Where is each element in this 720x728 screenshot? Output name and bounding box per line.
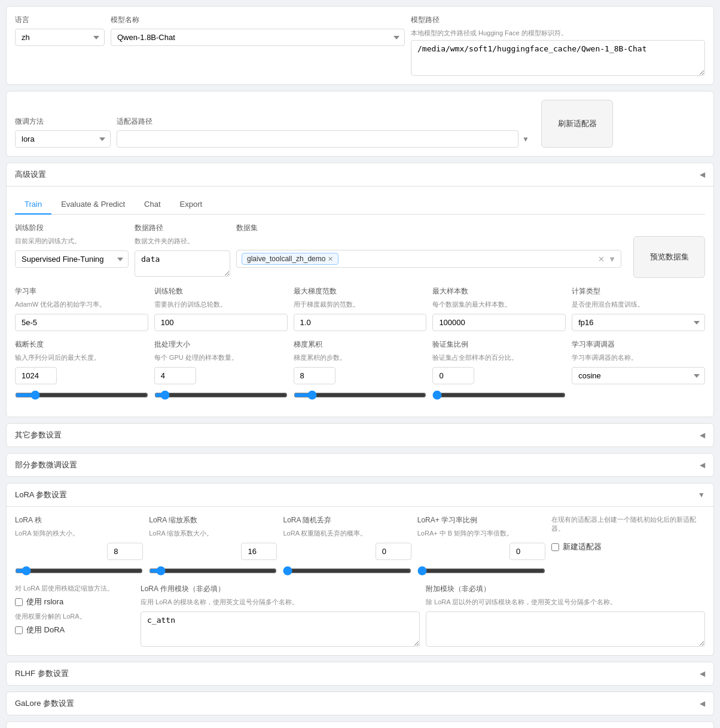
preview-dataset-button[interactable]: 预览数据集 <box>633 236 705 278</box>
adapter-path-label: 适配器路径 <box>117 117 529 127</box>
compute-type-select[interactable]: fp16 <box>572 314 705 331</box>
data-path-sublabel: 数据文件夹的路径。 <box>135 237 230 246</box>
val-ratio-label: 验证集比例 <box>432 339 566 350</box>
model-path-label: 模型路径 <box>411 15 705 25</box>
adapter-path-input[interactable] <box>117 130 518 148</box>
new-adapter-sublabel: 在现有的适配器上创建一个随机初始化后的新适配器。 <box>551 515 705 533</box>
adapter-dropdown-icon: ▼ <box>522 135 529 143</box>
lora-rank-input[interactable] <box>107 543 143 560</box>
stage-sublabel: 目前采用的训练方式。 <box>15 237 129 246</box>
lora-section-header[interactable]: LoRA 参数设置 ▼ <box>7 484 713 506</box>
compute-type-sublabel: 是否使用混合精度训练。 <box>572 300 705 309</box>
epochs-input[interactable] <box>154 314 288 331</box>
cutoff-label: 截断长度 <box>15 339 148 350</box>
data-path-input[interactable] <box>135 250 230 277</box>
galore-header[interactable]: GaLore 参数设置 ◀ <box>7 692 713 715</box>
model-path-sublabel: 本地模型的文件路径或 Hugging Face 的模型标识符。 <box>411 29 705 38</box>
lora-dropout-sublabel: LoRA 权重随机丢弃的概率。 <box>283 529 411 538</box>
lang-label: 语言 <box>15 15 105 25</box>
lora-plus-sublabel: LoRA+ 中 B 矩阵的学习率倍数。 <box>417 529 545 538</box>
lr-label: 学习率 <box>15 286 148 296</box>
lora-scale-sublabel: LoRA 缩放系数大小。 <box>149 529 277 538</box>
val-ratio-slider[interactable] <box>432 390 566 400</box>
train-content: 训练阶段 目前采用的训练方式。 Supervised Fine-Tuning 数… <box>15 223 705 400</box>
advanced-settings-header[interactable]: 高级设置 ◀ <box>7 163 713 186</box>
lang-select[interactable]: zh <box>15 29 105 46</box>
lora-dropout-slider[interactable] <box>283 566 411 576</box>
partial-finetune-title: 部分参数微调设置 <box>15 460 77 470</box>
other-params-chevron-icon: ◀ <box>700 431 705 439</box>
model-path-input[interactable] <box>411 40 705 76</box>
galore-title: GaLore 参数设置 <box>15 698 74 709</box>
val-ratio-sublabel: 验证集占全部样本的百分比。 <box>432 353 566 362</box>
batch-input[interactable] <box>154 367 196 384</box>
grad-accum-slider[interactable] <box>294 390 427 400</box>
lr-scheduler-label: 学习率调调器 <box>572 339 705 350</box>
cutoff-slider[interactable] <box>15 390 148 400</box>
model-name-select[interactable]: Qwen-1.8B-Chat <box>111 29 405 46</box>
max-samples-sublabel: 每个数据集的最大样本数。 <box>432 300 566 309</box>
batch-sublabel: 每个 GPU 处理的样本数量。 <box>154 353 288 362</box>
max-samples-input[interactable] <box>432 314 566 331</box>
batch-slider[interactable] <box>154 390 288 400</box>
lr-scheduler-select[interactable]: cosine <box>572 367 705 384</box>
new-adapter-checkbox[interactable] <box>551 543 559 551</box>
dataset-label: 数据集 <box>236 223 621 233</box>
other-params-header[interactable]: 其它参数设置 ◀ <box>7 424 713 446</box>
lr-sublabel: AdamW 优化器的初始学习率。 <box>15 300 148 309</box>
advanced-chevron-icon: ◀ <box>700 170 705 179</box>
tab-chat[interactable]: Chat <box>135 195 170 215</box>
rlhf-header[interactable]: RLHF 参数设置 ◀ <box>7 662 713 685</box>
galore-chevron-icon: ◀ <box>700 699 705 708</box>
lora-rank-sublabel: LoRA 矩阵的秩大小。 <box>15 529 143 538</box>
rslora-sublabel: 对 LoRA 层使用秩稳定缩放方法。 <box>15 584 135 593</box>
rlhf-title: RLHF 参数设置 <box>15 668 69 679</box>
extra-modules-sublabel: 除 LoRA 层以外的可训练模块名称，使用英文逗号分隔多个名称。 <box>426 598 705 607</box>
val-ratio-input[interactable] <box>432 367 474 384</box>
lora-dropout-label: LoRA 随机丢弃 <box>283 515 411 525</box>
lr-input[interactable] <box>15 314 148 331</box>
lora-modules-textarea[interactable] <box>141 611 420 647</box>
dataset-tag-close[interactable]: ✕ <box>328 255 333 263</box>
extra-modules-textarea[interactable] <box>426 611 705 647</box>
grad-accum-label: 梯度累积 <box>294 339 427 350</box>
lora-rank-slider[interactable] <box>15 566 143 576</box>
lora-plus-input[interactable] <box>510 543 545 560</box>
dataset-dropdown-icon[interactable]: ▼ <box>608 255 616 264</box>
rslora-checkbox[interactable] <box>15 598 23 606</box>
finetune-method-select[interactable]: lora <box>15 130 111 148</box>
dataset-tag: glaive_toolcall_zh_demo ✕ <box>242 253 338 265</box>
lora-scale-slider[interactable] <box>149 566 277 576</box>
lora-scale-input[interactable] <box>241 543 277 560</box>
lora-chevron-icon: ▼ <box>698 491 705 499</box>
cutoff-input[interactable] <box>15 367 57 384</box>
dora-checkbox[interactable] <box>15 626 23 634</box>
rlhf-chevron-icon: ◀ <box>700 669 705 678</box>
other-params-title: 其它参数设置 <box>15 430 62 441</box>
max-grad-sublabel: 用于梯度裁剪的范数。 <box>294 300 427 309</box>
batch-label: 批处理大小 <box>154 339 288 350</box>
badam-header[interactable]: BAdam 参数设置 ◀ <box>7 722 713 728</box>
refresh-adapter-button[interactable]: 刷新适配器 <box>541 100 613 148</box>
epochs-sublabel: 需要执行的训练总轮数。 <box>154 300 288 309</box>
max-grad-label: 最大梯度范数 <box>294 286 427 296</box>
dora-check-label: 使用 DoRA <box>26 625 65 635</box>
grad-accum-input[interactable] <box>294 367 335 384</box>
stage-select[interactable]: Supervised Fine-Tuning <box>15 250 129 268</box>
partial-finetune-chevron-icon: ◀ <box>700 461 705 469</box>
dora-sublabel: 使用权重分解的 LoRA。 <box>15 612 135 621</box>
max-samples-label: 最大样本数 <box>432 286 566 296</box>
lr-scheduler-sublabel: 学习率调调器的名称。 <box>572 353 705 362</box>
max-grad-input[interactable] <box>294 314 427 331</box>
lora-dropout-input[interactable] <box>376 543 411 560</box>
lora-plus-slider[interactable] <box>417 566 545 576</box>
tab-evaluate[interactable]: Evaluate & Predict <box>51 195 135 215</box>
lora-rank-label: LoRA 秩 <box>15 515 143 525</box>
tab-train[interactable]: Train <box>15 195 51 215</box>
finetune-method-label: 微调方法 <box>15 117 111 127</box>
lora-scale-label: LoRA 缩放系数 <box>149 515 277 525</box>
partial-finetune-header[interactable]: 部分参数微调设置 ◀ <box>7 454 713 476</box>
tab-export[interactable]: Export <box>170 195 212 215</box>
dataset-clear-icon[interactable]: ✕ <box>598 255 605 264</box>
lora-modules-label: LoRA 作用模块（非必填） <box>141 584 420 594</box>
